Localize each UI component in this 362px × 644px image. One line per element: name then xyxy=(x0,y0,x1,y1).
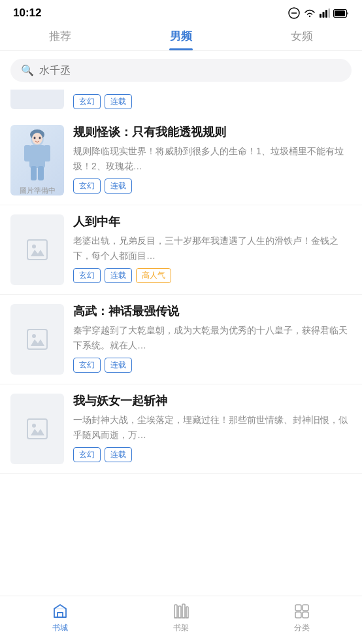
cover-preparing-text-1: 圖片準備中 xyxy=(20,186,56,195)
status-icons xyxy=(288,7,349,19)
top-tabs: 推荐 男频 女频 xyxy=(0,24,362,51)
partial-tag-0: 玄幻 xyxy=(73,94,101,109)
partial-tag-1: 连载 xyxy=(105,94,132,109)
nav-label-category: 分类 xyxy=(294,622,310,634)
book-info-1: 规则怪谈：只有我能透视规则 规则降临现实世界！将威胁到很多人的生命！1、垃圾桶里… xyxy=(73,125,352,194)
book-tag-3-1: 连载 xyxy=(105,358,132,373)
book-desc-4: 一场封神大战，尘埃落定，埋藏过往！那些前世情缘、封神旧恨，似乎随风而逝，万… xyxy=(73,413,352,442)
content-area: 玄幻 连载 xyxy=(0,90,362,526)
svg-rect-26 xyxy=(182,604,185,618)
book-tag-3-0: 玄幻 xyxy=(73,358,101,373)
svg-rect-12 xyxy=(31,166,37,180)
partial-item: 玄幻 连载 xyxy=(0,90,362,116)
search-bar-wrap: 🔍 xyxy=(0,51,362,90)
svg-point-23 xyxy=(32,424,36,428)
cover-art-svg xyxy=(18,126,57,183)
svg-rect-29 xyxy=(295,605,301,611)
svg-rect-4 xyxy=(325,10,327,18)
svg-rect-27 xyxy=(186,607,188,618)
nav-label-bookshelf: 书架 xyxy=(173,622,189,634)
wifi-icon xyxy=(303,8,316,18)
svg-rect-10 xyxy=(24,145,31,161)
status-bar: 10:12 xyxy=(0,0,362,24)
dnd-icon xyxy=(288,7,300,19)
book-cover-3 xyxy=(10,304,64,375)
svg-point-16 xyxy=(34,137,36,139)
book-item-1[interactable]: 圖片準備中 规则怪谈：只有我能透视规则 规则降临现实世界！将威胁到很多人的生命！… xyxy=(0,116,362,205)
svg-rect-22 xyxy=(27,419,47,439)
book-tags-4: 玄幻 连载 xyxy=(73,447,352,462)
book-title-1: 规则怪谈：只有我能透视规则 xyxy=(73,125,352,140)
nav-item-bookstore[interactable]: 书城 xyxy=(0,603,121,634)
placeholder-icon-3 xyxy=(10,304,64,375)
bookshelf-icon xyxy=(173,603,189,620)
svg-rect-2 xyxy=(320,14,321,18)
book-tag-1-0: 玄幻 xyxy=(73,178,101,194)
book-item-3[interactable]: 高武：神话最强传说 秦宇穿越到了大乾皇朝，成为大乾最为优秀的十八皇子，获得君临天… xyxy=(0,295,362,384)
nav-item-category[interactable]: 分类 xyxy=(241,603,362,634)
nav-label-bookstore: 书城 xyxy=(52,622,68,634)
book-tags-2: 玄幻 连载 高人气 xyxy=(73,268,352,283)
partial-tags: 玄幻 连载 xyxy=(73,90,132,109)
tab-female[interactable]: 女频 xyxy=(241,29,362,50)
book-tag-4-0: 玄幻 xyxy=(73,447,101,462)
book-cover-2 xyxy=(10,214,64,285)
nav-item-bookshelf[interactable]: 书架 xyxy=(121,603,242,634)
book-title-2: 人到中年 xyxy=(73,214,352,229)
placeholder-icon-4 xyxy=(10,394,64,464)
book-cover-4 xyxy=(10,394,64,464)
svg-rect-11 xyxy=(44,145,50,161)
book-desc-3: 秦宇穿越到了大乾皇朝，成为大乾最为优秀的十八皇子，获得君临天下系统。就在人… xyxy=(73,323,352,352)
book-tag-2-1: 连载 xyxy=(105,268,132,283)
cover-art-1 xyxy=(14,125,60,183)
signal-icon xyxy=(320,8,330,18)
book-tags-1: 玄幻 连载 xyxy=(73,178,352,194)
search-bar[interactable]: 🔍 xyxy=(10,59,352,82)
tab-male[interactable]: 男频 xyxy=(121,29,242,50)
book-info-2: 人到中年 老婆出轨，兄弟反目，三十岁那年我遭遇了人生的滑铁卢！金钱之下，每个人都… xyxy=(73,214,352,283)
svg-point-15 xyxy=(32,133,42,144)
book-info-3: 高武：神话最强传说 秦宇穿越到了大乾皇朝，成为大乾最为优秀的十八皇子，获得君临天… xyxy=(73,304,352,373)
svg-point-17 xyxy=(39,137,41,139)
svg-rect-5 xyxy=(329,8,331,18)
svg-point-19 xyxy=(32,245,36,248)
tab-recommend[interactable]: 推荐 xyxy=(0,29,121,50)
search-input[interactable] xyxy=(39,65,341,76)
svg-rect-9 xyxy=(29,145,45,168)
book-cover-1: 圖片準備中 xyxy=(10,125,64,195)
search-icon: 🔍 xyxy=(21,64,34,76)
svg-rect-25 xyxy=(178,606,181,618)
category-icon xyxy=(293,603,310,620)
svg-rect-20 xyxy=(27,330,47,349)
svg-rect-18 xyxy=(27,240,47,260)
partial-cover xyxy=(10,90,64,109)
book-tag-2-0: 玄幻 xyxy=(73,268,101,283)
bottom-nav: 书城 书架 分类 xyxy=(0,596,362,644)
svg-rect-3 xyxy=(323,12,325,18)
book-title-4: 我与妖女一起斩神 xyxy=(73,394,352,409)
book-title-3: 高武：神话最强传说 xyxy=(73,304,352,319)
book-item-4[interactable]: 我与妖女一起斩神 一场封神大战，尘埃落定，埋藏过往！那些前世情缘、封神旧恨，似乎… xyxy=(0,384,362,474)
book-tags-3: 玄幻 连载 xyxy=(73,358,352,373)
svg-rect-30 xyxy=(303,605,308,611)
svg-rect-24 xyxy=(174,605,177,618)
book-tag-4-1: 连载 xyxy=(105,447,132,462)
book-tag-1-1: 连载 xyxy=(105,178,132,194)
status-time: 10:12 xyxy=(13,7,41,20)
book-item-2[interactable]: 人到中年 老婆出轨，兄弟反目，三十岁那年我遭遇了人生的滑铁卢！金钱之下，每个人都… xyxy=(0,205,362,295)
svg-rect-13 xyxy=(38,166,44,180)
bookstore-icon xyxy=(52,603,69,620)
svg-rect-31 xyxy=(295,612,301,618)
svg-point-21 xyxy=(32,334,36,338)
svg-rect-7 xyxy=(335,10,345,16)
battery-icon xyxy=(333,9,349,18)
placeholder-icon-2 xyxy=(10,214,64,285)
book-desc-2: 老婆出轨，兄弟反目，三十岁那年我遭遇了人生的滑铁卢！金钱之下，每个人都面目… xyxy=(73,233,352,263)
svg-rect-32 xyxy=(303,612,308,618)
book-desc-1: 规则降临现实世界！将威胁到很多人的生命！1、垃圾桶里不能有垃圾！2、玫瑰花… xyxy=(73,144,352,173)
book-hot-tag-2: 高人气 xyxy=(136,268,171,283)
book-info-4: 我与妖女一起斩神 一场封神大战，尘埃落定，埋藏过往！那些前世情缘、封神旧恨，似乎… xyxy=(73,394,352,462)
